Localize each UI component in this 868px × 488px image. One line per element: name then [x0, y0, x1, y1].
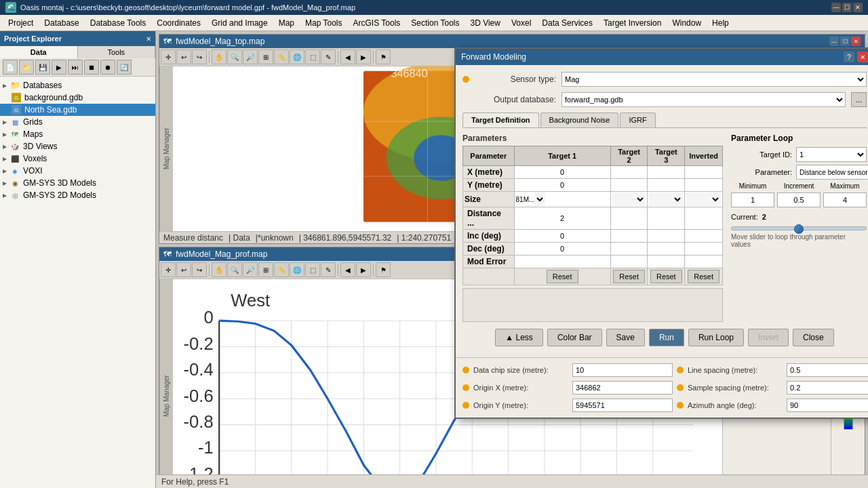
- sidebar-tab-tools[interactable]: Tools: [78, 46, 156, 58]
- prof-redo-tool[interactable]: ↪: [192, 262, 207, 277]
- origin-y-input[interactable]: [572, 399, 673, 412]
- maximize-btn[interactable]: ☐: [842, 3, 852, 12]
- invert-btn[interactable]: Invert: [748, 329, 789, 346]
- play-all-btn[interactable]: ⏭: [68, 60, 83, 75]
- input-t1-dist[interactable]: [519, 214, 606, 222]
- menu-3d-view[interactable]: 3D View: [465, 17, 505, 29]
- menu-help[interactable]: Help: [707, 17, 734, 29]
- prof-extra[interactable]: ⚑: [376, 262, 391, 277]
- cell-t3-size[interactable]: [648, 192, 685, 207]
- record-btn[interactable]: ⏺: [100, 60, 115, 75]
- cell-t1-x[interactable]: [514, 166, 610, 179]
- parameter-select[interactable]: Distance below sensor X Y Inc Dec: [796, 165, 868, 180]
- prev-tool[interactable]: ◀: [340, 49, 355, 64]
- redo-tool[interactable]: ↪: [192, 49, 207, 64]
- refresh-btn[interactable]: 🔄: [117, 60, 132, 75]
- map-top-close[interactable]: ✕: [851, 37, 861, 46]
- cell-t1-dist[interactable]: [514, 207, 610, 230]
- sample-spacing-input[interactable]: [787, 381, 868, 394]
- maximum-input[interactable]: [823, 192, 867, 207]
- output-db-browse-btn[interactable]: ...: [851, 92, 867, 107]
- extra-tool[interactable]: ⚑: [376, 49, 391, 64]
- menu-data-services[interactable]: Data Services: [536, 17, 598, 29]
- menu-project[interactable]: Project: [3, 17, 39, 29]
- menu-arcgis[interactable]: ArcGIS Tools: [348, 17, 406, 29]
- cell-t1-y[interactable]: [514, 179, 610, 192]
- sidebar-item-maps[interactable]: ▶ 🗺 Maps: [0, 128, 155, 140]
- undo-tool[interactable]: ↩: [176, 49, 191, 64]
- window-close-btn[interactable]: ✕: [853, 3, 863, 12]
- close-dialog-btn[interactable]: Close: [793, 329, 834, 346]
- sidebar-item-gmsys3d[interactable]: ▶ ◉ GM-SYS 3D Models: [0, 177, 155, 189]
- color-bar-btn[interactable]: Color Bar: [547, 329, 602, 346]
- prof-zoom-in[interactable]: 🔍: [227, 262, 242, 277]
- sidebar-item-voxels[interactable]: ▶ ⬛ Voxels: [0, 152, 155, 165]
- reset-inv-btn[interactable]: Reset: [688, 270, 719, 283]
- prof-select-tool[interactable]: ✛: [161, 262, 176, 277]
- sidebar-item-northsea-gdb[interactable]: G North Sea.gdb: [0, 104, 155, 116]
- reset-t2-btn[interactable]: Reset: [613, 270, 645, 283]
- open-btn[interactable]: 📁: [19, 60, 34, 75]
- stop-btn[interactable]: ⏹: [84, 60, 99, 75]
- sensor-type-select[interactable]: Mag Gravity: [561, 72, 867, 87]
- play-btn[interactable]: ▶: [52, 60, 66, 75]
- reset-t3-btn[interactable]: Reset: [650, 270, 682, 283]
- size-dropdown-t1[interactable]: ▼: [534, 192, 545, 206]
- menu-target-inversion[interactable]: Target Inversion: [598, 17, 667, 29]
- prof-select-rect[interactable]: ⬚: [305, 262, 320, 277]
- reset-t1-btn[interactable]: Reset: [547, 270, 578, 283]
- zoom-out-tool[interactable]: 🔎: [243, 49, 258, 64]
- map-top-maximize[interactable]: ☐: [840, 37, 850, 46]
- save-btn[interactable]: 💾: [35, 60, 50, 75]
- slider-thumb[interactable]: [794, 224, 804, 234]
- menu-database[interactable]: Database: [39, 17, 84, 29]
- increment-input[interactable]: [777, 192, 821, 207]
- sidebar-item-databases[interactable]: ▶ 📁 Databases: [0, 79, 155, 92]
- minimize-btn[interactable]: —: [831, 3, 841, 12]
- prof-zoom-extent[interactable]: ⊞: [258, 262, 273, 277]
- tab-igrf[interactable]: IGRF: [620, 113, 655, 127]
- prof-zoom-out[interactable]: 🔎: [243, 262, 258, 277]
- menu-voxel[interactable]: Voxel: [506, 17, 536, 29]
- line-spacing-input[interactable]: [787, 363, 868, 377]
- pan-tool[interactable]: ✋: [212, 49, 226, 64]
- input-t1-inc[interactable]: [519, 232, 606, 240]
- measure-tool[interactable]: 📏: [274, 49, 289, 64]
- azimuth-input[interactable]: [787, 399, 868, 412]
- output-db-select[interactable]: forward_mag.gdb: [561, 92, 846, 107]
- prof-prev[interactable]: ◀: [340, 262, 355, 277]
- prof-measure[interactable]: 📏: [274, 262, 289, 277]
- tab-background-noise[interactable]: Background Noise: [540, 113, 619, 127]
- cell-t1-dec[interactable]: [514, 243, 610, 256]
- select-tool[interactable]: ✛: [161, 49, 176, 64]
- input-t1-dec[interactable]: [519, 245, 606, 253]
- dialog-help-btn[interactable]: ?: [844, 52, 854, 62]
- loop-slider[interactable]: [731, 226, 867, 230]
- map-manager-label-top[interactable]: Map Manager: [159, 66, 173, 231]
- prof-edit[interactable]: ✎: [321, 262, 336, 277]
- size-dropdown-t2[interactable]: [612, 192, 646, 206]
- sidebar-item-gmsys2d[interactable]: ▶ ◎ GM-SYS 2D Models: [0, 189, 155, 201]
- input-t1-y[interactable]: [519, 181, 606, 189]
- next-tool[interactable]: ▶: [356, 49, 371, 64]
- menu-map-tools[interactable]: Map Tools: [300, 17, 347, 29]
- cell-t1-inc[interactable]: [514, 230, 610, 243]
- menu-section-tools[interactable]: Section Tools: [406, 17, 465, 29]
- size-dropdown-inv[interactable]: [686, 192, 721, 206]
- new-btn[interactable]: 📄: [3, 60, 18, 75]
- menu-map[interactable]: Map: [273, 17, 300, 29]
- chip-size-input[interactable]: [572, 363, 673, 377]
- run-loop-btn[interactable]: Run Loop: [688, 329, 744, 346]
- cell-t2-size[interactable]: [610, 192, 648, 207]
- target-id-select[interactable]: 1 2 3: [796, 147, 867, 162]
- input-t1-x[interactable]: [519, 168, 606, 176]
- menu-window[interactable]: Window: [667, 17, 707, 29]
- tab-target-definition[interactable]: Target Definition: [462, 113, 539, 127]
- sidebar-tab-data[interactable]: Data: [0, 46, 78, 58]
- size-dropdown-t3[interactable]: [649, 192, 683, 206]
- prof-pan-tool[interactable]: ✋: [212, 262, 226, 277]
- origin-x-input[interactable]: [572, 381, 673, 394]
- minimum-input[interactable]: [731, 192, 774, 207]
- cell-t1-size[interactable]: 81M... ▼: [514, 192, 610, 207]
- globe-tool[interactable]: 🌐: [290, 49, 304, 64]
